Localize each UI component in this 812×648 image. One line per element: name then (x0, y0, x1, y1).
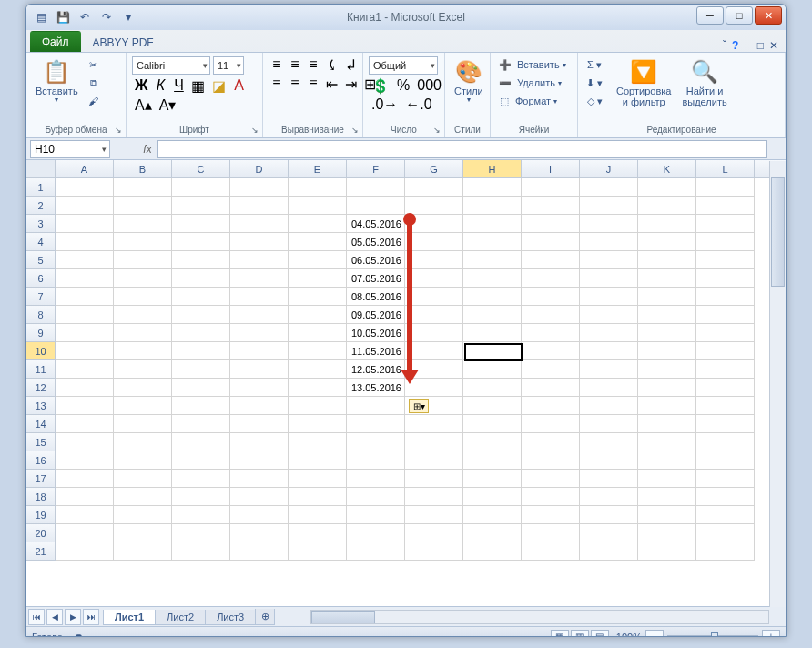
cell-A2[interactable] (56, 197, 114, 215)
row-header-5[interactable]: 5 (26, 251, 56, 269)
cell-A15[interactable] (56, 433, 114, 451)
cell-F16[interactable] (347, 451, 405, 470)
autosum-button[interactable]: Σ ▾ (584, 56, 605, 73)
cell-C17[interactable] (172, 470, 230, 488)
cell-H6[interactable] (463, 269, 522, 288)
cell-I11[interactable] (522, 360, 580, 379)
col-header-J[interactable]: J (580, 160, 638, 177)
cut-button[interactable]: ✂ (86, 56, 102, 73)
cell-C7[interactable] (172, 288, 230, 306)
cell-D16[interactable] (230, 451, 289, 470)
close-button[interactable]: ✕ (755, 6, 782, 25)
cell-A16[interactable] (56, 451, 114, 470)
cell-E14[interactable] (289, 415, 347, 433)
cell-I4[interactable] (522, 233, 580, 251)
cell-J10[interactable] (580, 342, 638, 360)
cell-C18[interactable] (172, 488, 230, 506)
excel-icon[interactable]: ▤ (32, 8, 50, 26)
currency-button[interactable]: 💲 (369, 77, 392, 94)
col-header-L[interactable]: L (696, 160, 755, 177)
cell-D14[interactable] (230, 415, 289, 433)
row-header-13[interactable]: 13 (26, 397, 56, 415)
cell-H9[interactable] (463, 324, 522, 342)
cell-G1[interactable] (405, 178, 463, 197)
cell-I21[interactable] (522, 542, 580, 561)
cell-A21[interactable] (56, 542, 114, 561)
cell-L20[interactable] (696, 524, 755, 542)
align-right-button[interactable]: ≡ (305, 76, 321, 92)
cell-C16[interactable] (172, 451, 230, 470)
increase-decimal-button[interactable]: .0→ (369, 96, 401, 113)
cell-E18[interactable] (289, 488, 347, 506)
cell-I16[interactable] (522, 451, 580, 470)
cell-I15[interactable] (522, 433, 580, 451)
cell-I8[interactable] (522, 306, 580, 324)
cell-L18[interactable] (696, 488, 755, 506)
cell-G21[interactable] (405, 542, 463, 561)
cell-H13[interactable] (463, 397, 522, 415)
clipboard-launcher[interactable]: ↘ (113, 125, 124, 136)
cell-H15[interactable] (463, 433, 522, 451)
copy-button[interactable]: ⧉ (86, 75, 102, 91)
cell-J17[interactable] (580, 470, 638, 488)
number-format-combo[interactable]: Общий (369, 56, 438, 75)
cell-E10[interactable] (289, 342, 347, 360)
cell-J1[interactable] (580, 178, 638, 197)
row-header-7[interactable]: 7 (26, 288, 56, 306)
cell-G8[interactable] (405, 306, 463, 324)
fill-button[interactable]: ⬇ ▾ (584, 75, 605, 91)
cell-J4[interactable] (580, 233, 638, 251)
cell-B20[interactable] (114, 524, 172, 542)
row-header-21[interactable]: 21 (26, 542, 56, 561)
cell-J11[interactable] (580, 360, 638, 379)
cell-J6[interactable] (580, 269, 638, 288)
cell-C5[interactable] (172, 251, 230, 269)
cell-J16[interactable] (580, 451, 638, 470)
cell-E13[interactable] (289, 397, 347, 415)
cell-D12[interactable] (230, 379, 289, 397)
cell-C4[interactable] (172, 233, 230, 251)
font-launcher[interactable]: ↘ (249, 125, 260, 136)
cell-C19[interactable] (172, 506, 230, 524)
cell-E15[interactable] (289, 433, 347, 451)
cell-J9[interactable] (580, 324, 638, 342)
cell-F11[interactable]: 12.05.2016 (347, 360, 405, 379)
delete-cells-button[interactable]: ➖ (496, 75, 514, 91)
cell-B2[interactable] (114, 197, 172, 215)
cell-B8[interactable] (114, 306, 172, 324)
cell-I7[interactable] (522, 288, 580, 306)
cell-L11[interactable] (696, 360, 755, 379)
cell-C13[interactable] (172, 397, 230, 415)
col-header-F[interactable]: F (347, 160, 405, 177)
cell-K21[interactable] (638, 542, 696, 561)
cell-G2[interactable] (405, 197, 463, 215)
cell-B13[interactable] (114, 397, 172, 415)
cell-G18[interactable] (405, 488, 463, 506)
cell-B4[interactable] (114, 233, 172, 251)
shrink-font-button[interactable]: A▾ (157, 96, 179, 113)
row-header-18[interactable]: 18 (26, 488, 56, 506)
tab-nav-last[interactable]: ⏭ (83, 609, 99, 625)
grow-font-button[interactable]: A▴ (132, 96, 155, 113)
cell-F19[interactable] (347, 506, 405, 524)
cell-L6[interactable] (696, 269, 755, 288)
vertical-scroll-thumb[interactable] (771, 177, 785, 287)
cell-J14[interactable] (580, 415, 638, 433)
cell-D9[interactable] (230, 324, 289, 342)
cell-C1[interactable] (172, 178, 230, 197)
autofill-options-button[interactable]: ⊞▾ (409, 399, 429, 413)
cell-F20[interactable] (347, 524, 405, 542)
cell-C15[interactable] (172, 433, 230, 451)
col-header-G[interactable]: G (405, 160, 463, 177)
cell-K1[interactable] (638, 178, 696, 197)
macro-record-icon[interactable]: ⏺ (74, 632, 84, 638)
cell-F5[interactable]: 06.05.2016 (347, 251, 405, 269)
tab-file[interactable]: Файл (30, 31, 81, 52)
cell-G5[interactable] (405, 251, 463, 269)
cell-K14[interactable] (638, 415, 696, 433)
cell-B17[interactable] (114, 470, 172, 488)
cell-C6[interactable] (172, 269, 230, 288)
cell-D7[interactable] (230, 288, 289, 306)
cell-A18[interactable] (56, 488, 114, 506)
wrap-text-button[interactable]: ↲ (342, 56, 360, 73)
